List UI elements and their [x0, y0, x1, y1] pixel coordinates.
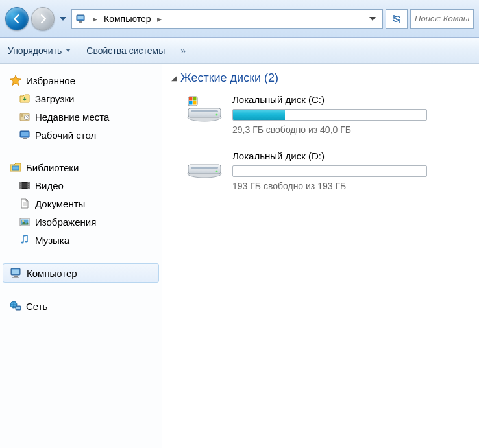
svg-rect-24 [12, 270, 19, 274]
refresh-button[interactable] [386, 9, 408, 29]
svg-point-15 [28, 183, 29, 183]
sidebar-item-documents[interactable]: Документы [0, 195, 162, 213]
sidebar-item-downloads[interactable]: Загрузки [0, 89, 162, 108]
content-pane: ◢ Жесткие диски (2) Локальный диск (C:)2… [162, 64, 479, 448]
forward-button[interactable] [31, 7, 55, 30]
svg-point-17 [28, 187, 29, 187]
drive-status: 193 ГБ свободно из 193 ГБ [232, 181, 427, 191]
svg-point-20 [22, 220, 24, 222]
svg-point-42 [216, 171, 218, 172]
downloads-icon [18, 92, 31, 105]
sidebar-item-label: Музыка [35, 235, 69, 246]
root-chevron-icon[interactable]: ▸ [90, 14, 100, 24]
sidebar-item-label: Изображения [35, 217, 96, 228]
back-button[interactable] [5, 7, 29, 30]
sidebar-item-computer[interactable]: Компьютер [3, 263, 159, 283]
drive-item[interactable]: Локальный диск (D:)193 ГБ свободно из 19… [186, 150, 470, 191]
svg-rect-40 [188, 165, 221, 174]
svg-rect-31 [188, 108, 221, 117]
drive-icon [186, 94, 223, 123]
system-properties-label: Свойства системы [86, 45, 165, 56]
collapse-caret-icon: ◢ [171, 74, 180, 82]
sidebar-item-desktop[interactable]: Рабочий стол [0, 126, 162, 144]
drive-capacity-fill [233, 110, 285, 120]
sidebar-item-pictures[interactable]: Изображения [0, 213, 162, 231]
chevron-down-icon [66, 49, 71, 52]
group-header-hard-drives[interactable]: ◢ Жесткие диски (2) [171, 71, 470, 85]
system-properties-button[interactable]: Свойства системы [86, 45, 165, 56]
sidebar-item-libraries[interactable]: Библиотеки [0, 158, 162, 176]
drive-name: Локальный диск (C:) [232, 94, 427, 105]
sidebar-item-label: Документы [35, 198, 85, 209]
desktop-icon [18, 128, 31, 141]
chevron-right-icon[interactable]: ▸ [154, 14, 164, 24]
svg-point-16 [28, 185, 29, 185]
toolbar-overflow-button[interactable]: » [180, 45, 186, 56]
drive-status: 29,3 ГБ свободно из 40,0 ГБ [232, 124, 427, 135]
search-input[interactable] [415, 14, 469, 23]
computer-icon [75, 12, 88, 25]
sidebar-item-network[interactable]: Сеть [0, 297, 162, 315]
documents-icon [18, 197, 31, 210]
sidebar-item-label: Видео [35, 180, 64, 191]
star-icon [9, 74, 22, 87]
toolbar: Упорядочить Свойства системы » [0, 38, 479, 64]
svg-point-14 [21, 187, 21, 187]
drive-item[interactable]: Локальный диск (C:)29,3 ГБ свободно из 4… [186, 94, 470, 135]
svg-point-33 [216, 114, 218, 116]
svg-rect-37 [189, 101, 193, 105]
svg-point-12 [21, 183, 21, 183]
svg-rect-8 [12, 166, 19, 170]
organize-label: Упорядочить [8, 45, 62, 56]
sidebar-item-videos[interactable]: Видео [0, 176, 162, 195]
svg-rect-29 [16, 307, 20, 309]
sidebar-item-label: Избранное [26, 75, 75, 86]
group-divider [285, 78, 470, 78]
videos-icon [18, 179, 31, 192]
sidebar-item-recent[interactable]: Недавние места [0, 108, 162, 126]
music-icon [18, 233, 31, 246]
svg-rect-35 [189, 97, 193, 101]
svg-rect-2 [79, 21, 82, 23]
computer-icon [10, 266, 23, 279]
recent-places-icon [18, 110, 31, 123]
svg-rect-7 [23, 138, 27, 139]
svg-rect-32 [191, 110, 218, 112]
group-title: Жесткие диски (2) [180, 71, 278, 85]
svg-rect-41 [191, 167, 218, 169]
drive-info: Локальный диск (D:)193 ГБ свободно из 19… [232, 150, 427, 191]
sidebar-item-label: Загрузки [35, 93, 74, 104]
drive-capacity-bar [232, 109, 427, 121]
sidebar-item-favorites[interactable]: Избранное [0, 71, 162, 89]
svg-point-13 [21, 185, 21, 185]
address-bar[interactable]: ▸ Компьютер ▸ [71, 9, 383, 29]
network-icon [9, 300, 22, 312]
svg-rect-38 [193, 101, 197, 105]
sidebar-item-label: Недавние места [35, 112, 109, 123]
svg-rect-1 [78, 16, 84, 19]
drive-icon [186, 150, 223, 179]
sidebar-item-label: Рабочий стол [35, 130, 96, 141]
svg-rect-25 [14, 276, 18, 277]
sidebar-item-label: Компьютер [27, 268, 77, 279]
drive-capacity-bar [232, 165, 427, 177]
svg-rect-26 [12, 277, 19, 278]
drive-info: Локальный диск (C:)29,3 ГБ свободно из 4… [232, 94, 427, 135]
sidebar-item-music[interactable]: Музыка [0, 231, 162, 249]
breadcrumb-computer[interactable]: Компьютер [100, 14, 154, 24]
address-dropdown-button[interactable] [365, 12, 380, 26]
sidebar-item-label: Библиотеки [26, 162, 79, 173]
search-box[interactable] [410, 9, 474, 29]
pictures-icon [18, 215, 31, 228]
svg-rect-6 [21, 132, 29, 137]
main-area: Избранное Загрузки Недавние места Рабочи… [0, 64, 479, 448]
organize-button[interactable]: Упорядочить [8, 45, 71, 56]
svg-point-22 [25, 241, 27, 242]
drive-name: Локальный диск (D:) [232, 150, 427, 161]
navigation-bar: ▸ Компьютер ▸ [0, 0, 479, 38]
svg-rect-36 [193, 97, 197, 101]
sidebar-item-label: Сеть [26, 301, 47, 312]
navigation-pane: Избранное Загрузки Недавние места Рабочи… [0, 64, 162, 448]
libraries-icon [9, 161, 22, 174]
history-dropdown[interactable] [57, 12, 69, 25]
